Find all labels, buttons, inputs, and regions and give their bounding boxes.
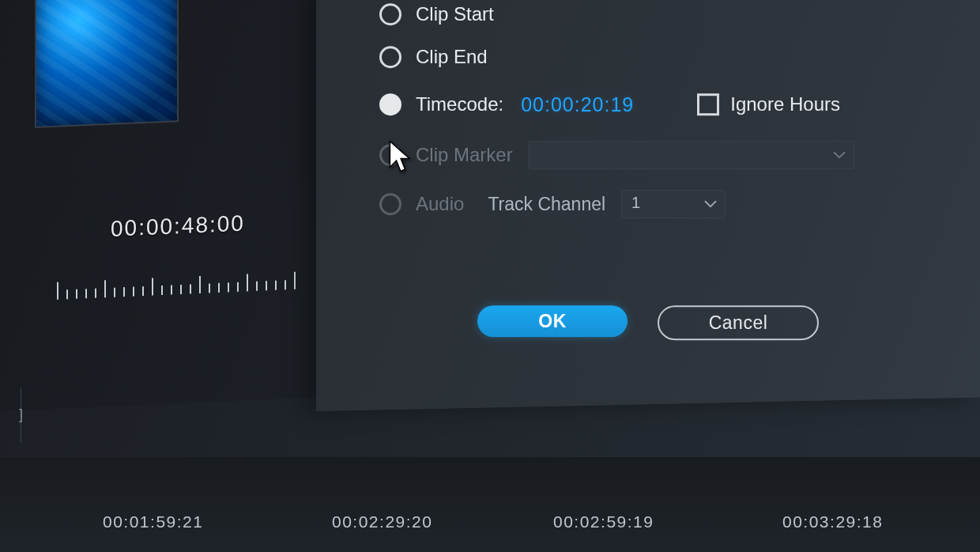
track-channel-label: Track Channel — [488, 194, 605, 215]
ignore-hours-checkbox[interactable] — [697, 93, 719, 115]
source-timecode-display[interactable]: 00:00:48:00 — [111, 210, 245, 241]
chevron-down-icon — [704, 200, 717, 208]
source-monitor-panel: 00:00:48:00 — [0, 0, 316, 411]
sync-dialog: Clip Start Clip End Timecode: 00:00:20:1… — [316, 0, 980, 411]
chevron-down-icon — [833, 151, 846, 159]
option-clip-marker: Clip Marker — [379, 134, 980, 176]
ok-button[interactable]: OK — [477, 305, 628, 337]
ignore-hours-label: Ignore Hours — [730, 93, 840, 115]
timeline-timecode: 00:01:59:21 — [103, 512, 203, 531]
option-clip-end[interactable]: Clip End — [379, 36, 980, 78]
source-time-ruler[interactable] — [57, 255, 310, 300]
cancel-button[interactable]: Cancel — [658, 305, 819, 340]
clip-start-label: Clip Start — [416, 3, 494, 25]
timecode-label: Timecode: — [416, 93, 503, 115]
bracket-icon: ] — [19, 406, 23, 423]
timecode-input[interactable]: 00:00:20:19 — [521, 93, 634, 116]
timeline-timecode: 00:03:29:18 — [782, 512, 883, 531]
clip-marker-label: Clip Marker — [416, 144, 513, 166]
timeline-timecode: 00:02:59:19 — [553, 512, 654, 531]
option-timecode[interactable]: Timecode: 00:00:20:19 Ignore Hours — [379, 83, 980, 126]
timeline-timecode: 00:02:29:20 — [332, 512, 432, 531]
radio-icon-disabled — [379, 144, 401, 166]
clip-end-label: Clip End — [416, 46, 488, 68]
track-channel-value: 1 — [631, 194, 640, 212]
panel-divider[interactable]: ] — [0, 388, 21, 443]
radio-icon — [379, 3, 401, 25]
audio-label: Audio — [416, 193, 464, 215]
radio-icon — [379, 193, 401, 215]
radio-icon — [379, 46, 401, 68]
dialog-button-row: OK Cancel — [316, 305, 980, 340]
app-window: 00:00:48:00 ] Clip Start Clip End Timeco… — [0, 0, 980, 552]
radio-icon-selected — [379, 93, 401, 115]
option-clip-start[interactable]: Clip Start — [379, 0, 980, 36]
track-channel-dropdown[interactable]: 1 — [621, 190, 726, 218]
timeline-panel[interactable]: 00:01:59:21 00:02:29:20 00:02:59:19 00:0… — [0, 457, 980, 552]
clip-marker-dropdown — [529, 141, 854, 169]
option-audio[interactable]: Audio Track Channel 1 — [379, 183, 980, 225]
clip-thumbnail[interactable] — [35, 0, 179, 128]
